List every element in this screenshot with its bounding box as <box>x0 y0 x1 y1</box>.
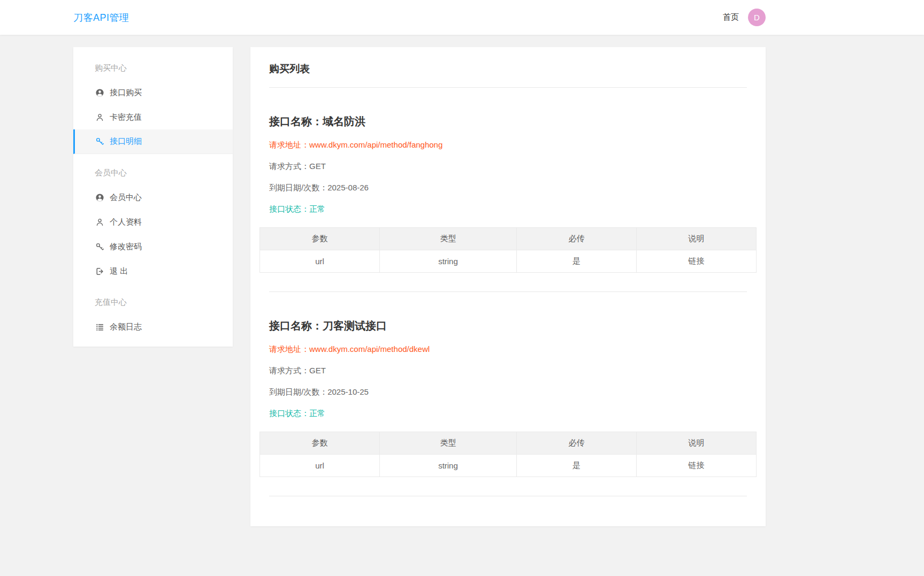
sidebar-item[interactable]: 接口明细 <box>73 129 233 154</box>
api-url-label: 请求地址： <box>269 140 309 149</box>
sidebar-item-label: 余额日志 <box>110 322 142 332</box>
table-row: urlstring是链接 <box>260 455 757 477</box>
api-name-value: 刀客测试接口 <box>323 320 387 332</box>
list-icon <box>95 322 104 332</box>
sidebar-item-label: 修改密码 <box>110 242 142 252</box>
top-bar: 刀客API管理 首页 D <box>0 0 924 35</box>
api-method-label: 请求方式： <box>269 366 309 375</box>
api-card: 接口名称：域名防洪请求地址：www.dkym.com/api/method/fa… <box>259 114 757 292</box>
table-cell: 链接 <box>636 455 756 477</box>
sidebar-item-label: 个人资料 <box>110 217 142 227</box>
sidebar-item[interactable]: 个人资料 <box>73 210 233 234</box>
table-header-row: 参数类型必传说明 <box>260 228 757 250</box>
table-cell: 是 <box>516 455 636 477</box>
table-header-cell: 说明 <box>636 432 756 455</box>
api-method: 请求方式：GET <box>269 162 747 172</box>
logout-icon <box>95 266 104 276</box>
api-name-label: 接口名称： <box>269 116 323 127</box>
sidebar-item-label: 会员中心 <box>110 193 142 203</box>
nav-home-link[interactable]: 首页 <box>723 12 739 22</box>
table-cell: 是 <box>516 250 636 273</box>
api-expire-value: 2025-08-26 <box>327 183 369 192</box>
user-circle-icon <box>95 88 104 97</box>
api-expire: 到期日期/次数：2025-10-25 <box>269 387 747 397</box>
api-method: 请求方式：GET <box>269 366 747 376</box>
table-header-cell: 必传 <box>516 228 636 250</box>
api-url-value: www.dkym.com/api/method/dkewl <box>309 344 430 354</box>
sidebar: 购买中心接口购买卡密充值接口明细会员中心会员中心个人资料修改密码退 出充值中心余… <box>73 47 233 347</box>
api-url-value: www.dkym.com/api/method/fanghong <box>309 140 442 149</box>
table-header-cell: 类型 <box>380 228 517 250</box>
api-status-value: 正常 <box>309 204 325 213</box>
title-divider <box>269 87 747 88</box>
api-method-value: GET <box>309 366 326 375</box>
api-name: 接口名称：域名防洪 <box>269 114 747 129</box>
sidebar-item[interactable]: 接口购买 <box>73 80 233 105</box>
table-header-cell: 说明 <box>636 228 756 250</box>
api-status: 接口状态：正常 <box>269 409 747 419</box>
table-cell: url <box>260 455 380 477</box>
sidebar-item-label: 接口购买 <box>110 88 142 98</box>
table-cell: string <box>380 250 517 273</box>
key-icon <box>95 137 104 147</box>
sidebar-group: 充值中心余额日志 <box>73 290 233 339</box>
api-name-label: 接口名称： <box>269 320 323 332</box>
section-divider <box>269 291 747 292</box>
api-url: 请求地址：www.dkym.com/api/method/fanghong <box>269 140 747 150</box>
api-expire-label: 到期日期/次数： <box>269 183 327 192</box>
api-expire: 到期日期/次数：2025-08-26 <box>269 183 747 193</box>
top-bar-inner: 刀客API管理 首页 D <box>73 0 766 35</box>
top-bar-right: 首页 D <box>723 9 766 26</box>
table-header-cell: 类型 <box>380 432 517 455</box>
sidebar-item[interactable]: 会员中心 <box>73 185 233 210</box>
sidebar-group-title: 购买中心 <box>73 56 233 80</box>
page-title: 购买列表 <box>269 47 747 87</box>
page-layout: 购买中心接口购买卡密充值接口明细会员中心会员中心个人资料修改密码退 出充值中心余… <box>73 47 766 526</box>
key-icon <box>95 242 104 251</box>
api-name-value: 域名防洪 <box>323 116 365 127</box>
user-circle-icon <box>95 193 104 202</box>
brand-logo[interactable]: 刀客API管理 <box>73 11 129 24</box>
api-method-value: GET <box>309 162 326 171</box>
api-url-label: 请求地址： <box>269 344 309 354</box>
section-divider <box>269 496 747 496</box>
sidebar-item[interactable]: 修改密码 <box>73 234 233 259</box>
api-url: 请求地址：www.dkym.com/api/method/dkewl <box>269 344 747 355</box>
sidebar-item[interactable]: 卡密充值 <box>73 105 233 129</box>
sidebar-group: 会员中心会员中心个人资料修改密码退 出 <box>73 160 233 283</box>
sidebar-item[interactable]: 余额日志 <box>73 314 233 339</box>
main-card: 购买列表 接口名称：域名防洪请求地址：www.dkym.com/api/meth… <box>250 47 766 526</box>
api-status-value: 正常 <box>309 409 325 418</box>
table-header-cell: 参数 <box>260 432 380 455</box>
table-row: urlstring是链接 <box>260 250 757 273</box>
avatar[interactable]: D <box>748 9 766 26</box>
api-expire-label: 到期日期/次数： <box>269 387 327 396</box>
user-outline-icon <box>95 217 104 227</box>
sidebar-group-title: 充值中心 <box>73 290 233 314</box>
table-cell: url <box>260 250 380 273</box>
table-header-row: 参数类型必传说明 <box>260 432 757 455</box>
sidebar-item-label: 接口明细 <box>110 136 142 147</box>
table-header-cell: 参数 <box>260 228 380 250</box>
api-status: 接口状态：正常 <box>269 204 747 214</box>
table-cell: string <box>380 455 517 477</box>
sidebar-item-label: 卡密充值 <box>110 112 142 122</box>
params-table: 参数类型必传说明urlstring是链接 <box>259 227 757 273</box>
table-header-cell: 必传 <box>516 432 636 455</box>
api-card: 接口名称：刀客测试接口请求地址：www.dkym.com/api/method/… <box>259 319 757 496</box>
params-table: 参数类型必传说明urlstring是链接 <box>259 432 757 477</box>
sidebar-item[interactable]: 退 出 <box>73 259 233 283</box>
sidebar-group: 购买中心接口购买卡密充值接口明细 <box>73 56 233 154</box>
api-status-label: 接口状态： <box>269 409 309 418</box>
api-method-label: 请求方式： <box>269 162 309 171</box>
api-list: 接口名称：域名防洪请求地址：www.dkym.com/api/method/fa… <box>259 114 757 496</box>
sidebar-item-label: 退 出 <box>110 266 128 277</box>
sidebar-group-title: 会员中心 <box>73 160 233 185</box>
user-outline-icon <box>95 112 104 122</box>
api-expire-value: 2025-10-25 <box>327 387 369 396</box>
api-name: 接口名称：刀客测试接口 <box>269 319 747 333</box>
table-cell: 链接 <box>636 250 756 273</box>
api-status-label: 接口状态： <box>269 204 309 213</box>
